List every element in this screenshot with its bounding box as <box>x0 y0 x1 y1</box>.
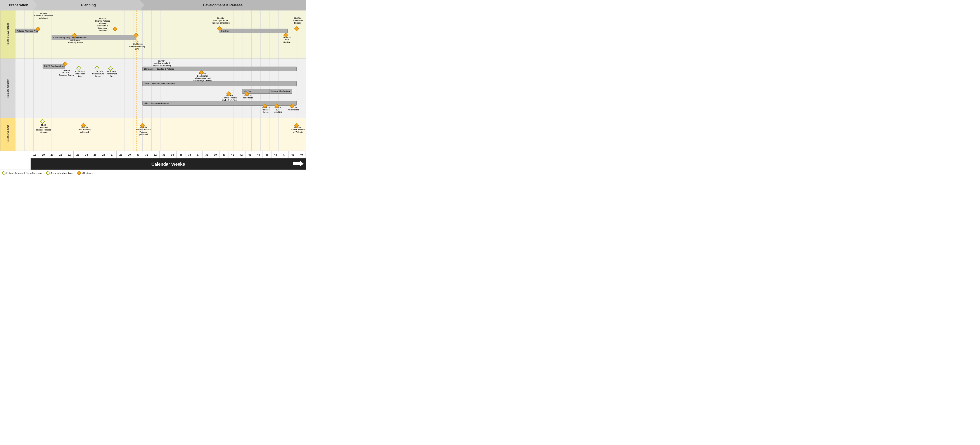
grid-line <box>15 59 16 118</box>
cal-weeks-wrapper: Calendar Weeks <box>15 159 306 169</box>
gantt-diamond <box>113 26 118 32</box>
gantt-label: 22.07.2024 Refinement Day <box>102 70 121 78</box>
grid-line <box>79 118 79 150</box>
grid-line <box>269 118 270 150</box>
legend-milestones-icon <box>77 171 81 175</box>
governance-row: Release Governance 27.05.24 Timeline & M… <box>0 11 306 59</box>
vline <box>136 59 137 118</box>
gantt-label: 02.12.24 Publication Release <box>288 17 306 24</box>
week-cell-43: 43 <box>245 151 254 158</box>
grid-line <box>15 11 16 59</box>
week-cell-25: 25 <box>91 151 99 158</box>
week-cell-30: 30 <box>134 151 142 158</box>
grid-line <box>133 11 134 59</box>
vline <box>47 11 48 59</box>
grid-line <box>70 59 70 118</box>
cal-weeks-label: Calendar Weeks <box>151 162 185 167</box>
comms-label: Release Comms <box>0 118 15 150</box>
week-cell-19: 19 <box>39 151 48 158</box>
vline <box>136 118 137 150</box>
legend: Eclipse Tractus-X Open Meetings Associat… <box>0 169 306 176</box>
legend-open-meetings: Eclipse Tractus-X Open Meetings <box>2 171 42 174</box>
grid-line <box>170 11 170 59</box>
week-cell-45: 45 <box>263 151 271 158</box>
gantt-bar: BD/PD Roadmap Prep <box>43 64 65 68</box>
gantt-label: 02.08.24 Deadline standard request (in H… <box>152 60 172 67</box>
grid-line <box>88 59 88 118</box>
phase-planning-label: Planning <box>81 3 96 7</box>
week-cell-27: 27 <box>108 151 116 158</box>
week-cell-47: 47 <box>280 151 288 158</box>
phase-devrel: Development & Release <box>140 0 306 11</box>
legend-association-meetings-icon <box>46 171 50 175</box>
grid-line <box>133 59 134 118</box>
week-cell-48: 48 <box>288 151 297 158</box>
grid-line <box>106 118 107 150</box>
week-scale: 1819202122232425262728293031323334353637… <box>30 151 306 159</box>
week-cell-18: 18 <box>30 151 39 158</box>
week-cell-23: 23 <box>73 151 82 158</box>
gantt-bar: FOSS → Develop, Test & Release <box>142 81 297 86</box>
grid-line <box>142 11 143 59</box>
cal-weeks-row: Calendar Weeks <box>30 159 306 169</box>
legend-open-meetings-label[interactable]: Eclipse Tractus-X Open Meetings <box>6 172 42 174</box>
grid-line <box>233 118 234 150</box>
comms-row: Release Comms 27.05. Town Hall Release R… <box>0 118 306 151</box>
phase-devrel-label: Development & Release <box>203 3 242 7</box>
grid-line <box>170 118 170 150</box>
week-cell-26: 26 <box>99 151 108 158</box>
week-cell-38: 38 <box>203 151 211 158</box>
gantt-label: 31.07. – 01.08.2024 Release-Planning Day… <box>127 41 147 50</box>
week-cell-28: 28 <box>117 151 125 158</box>
week-cell-46: 46 <box>272 151 280 158</box>
grid-line <box>269 11 270 59</box>
legend-milestones-label: Milestones <box>82 172 93 174</box>
week-cell-29: 29 <box>125 151 134 158</box>
phase-prep: Preparation <box>0 0 37 11</box>
grid-line <box>70 11 70 59</box>
grid-line <box>106 59 107 118</box>
week-cell-37: 37 <box>194 151 202 158</box>
gantt-diamond <box>108 66 113 71</box>
week-cell-33: 33 <box>160 151 168 158</box>
gantt-label: 15.07.24 Briefing Release Planning Guard… <box>93 17 113 32</box>
week-cell-42: 42 <box>237 151 245 158</box>
gantt-label: 27.05.24 Timeline & Milestones published <box>34 12 54 19</box>
gantt-diamond <box>76 66 81 71</box>
week-cell-34: 34 <box>168 151 177 158</box>
phase-prep-label: Preparation <box>9 3 29 7</box>
svg-marker-0 <box>293 161 304 166</box>
phase-planning: Planning <box>33 0 144 11</box>
week-cell-32: 32 <box>151 151 159 158</box>
legend-association-meetings: Association Meetings <box>46 171 73 174</box>
grid-line <box>161 11 161 59</box>
arrow-right <box>293 161 304 167</box>
vline <box>47 59 48 118</box>
grid-line <box>233 11 234 59</box>
week-cell-21: 21 <box>56 151 65 158</box>
grid-line <box>260 118 261 150</box>
grid-line <box>79 11 79 59</box>
gantt-grid: Release Governance 27.05.24 Timeline & M… <box>0 11 306 151</box>
grid-line <box>24 11 25 59</box>
main-container: Preparation Planning Development & Relea… <box>0 0 306 176</box>
grid-line <box>260 11 261 59</box>
grid-line <box>197 118 197 150</box>
week-cell-24: 24 <box>82 151 91 158</box>
gantt-bar: Standards → Develop & Release <box>142 67 297 71</box>
content-label: Release Content <box>0 59 15 118</box>
content-content: BD/PD Roadmap Prep18.06.24 BD & PD Roadm… <box>15 59 306 118</box>
week-cell-40: 40 <box>220 151 228 158</box>
governance-content: 27.05.24 Timeline & Milestones published… <box>15 11 306 59</box>
grid-line <box>278 118 279 150</box>
gantt-bar: Release Planning Prep <box>15 29 38 33</box>
gantt-bar: Opt-Out <box>220 29 288 33</box>
grid-line <box>88 118 88 150</box>
gantt-label: 01.07.2024 Refinement Day <box>70 70 90 78</box>
grid-line <box>88 11 88 59</box>
legend-open-meetings-icon <box>2 171 6 175</box>
gantt-label: 27.06.24 Draft Roadmap published <box>75 126 94 133</box>
gantt-bar: KITs → Develop & Release <box>142 101 297 106</box>
phase-header: Preparation Planning Development & Relea… <box>0 0 306 11</box>
week-cell-35: 35 <box>177 151 185 158</box>
